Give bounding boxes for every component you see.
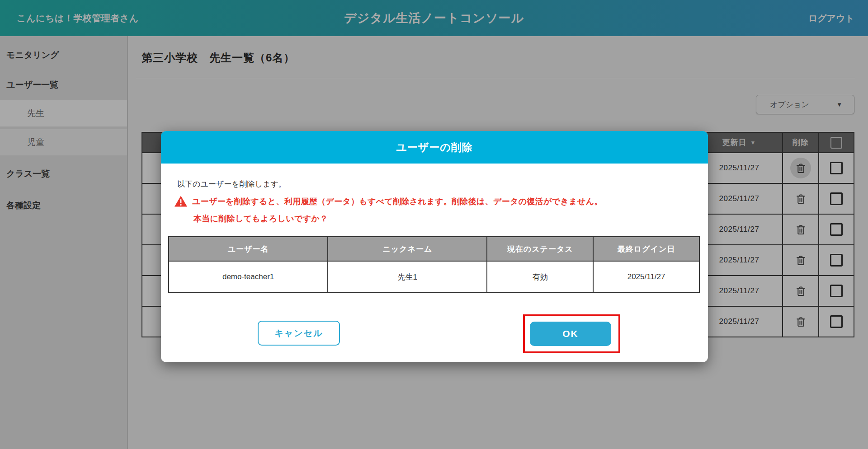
modal-table-header-row: ユーザー名 ニックネーム 現在のステータス 最終ログイン日 xyxy=(169,237,699,261)
delete-target-table: ユーザー名 ニックネーム 現在のステータス 最終ログイン日 demo-teach… xyxy=(168,236,700,293)
warning-text-line2: 本当に削除してもよろしいですか？ xyxy=(193,213,328,224)
col-username: ユーザー名 xyxy=(169,237,328,261)
ok-button[interactable]: OK xyxy=(530,322,611,346)
warning-row: ユーザーを削除すると、利用履歴（データ）もすべて削除されます。削除後は、データの… xyxy=(174,195,603,207)
modal-table-data-row: demo-teacher1 先生1 有効 2025/11/27 xyxy=(169,261,699,293)
col-nickname: ニックネーム xyxy=(328,237,487,261)
app-page: こんにちは！学校管理者さん デジタル生活ノートコンソール ログアウト モニタリン… xyxy=(0,0,868,449)
warning-text-line1: ユーザーを削除すると、利用履歴（データ）もすべて削除されます。削除後は、データの… xyxy=(192,196,603,207)
delete-user-modal: ユーザーの削除 以下のユーザーを削除します。 ユーザーを削除すると、利用履歴（デ… xyxy=(161,131,708,362)
cell-last-login: 2025/11/27 xyxy=(593,261,699,293)
cell-username: demo-teacher1 xyxy=(169,261,328,293)
col-status: 現在のステータス xyxy=(487,237,593,261)
warning-triangle-icon xyxy=(174,195,188,207)
col-last-login: 最終ログイン日 xyxy=(593,237,699,261)
modal-title: ユーザーの削除 xyxy=(161,131,708,164)
modal-intro-text: 以下のユーザーを削除します。 xyxy=(177,179,286,189)
cancel-button[interactable]: キャンセル xyxy=(258,321,340,346)
cell-nickname: 先生1 xyxy=(328,261,487,293)
cell-status: 有効 xyxy=(487,261,593,293)
